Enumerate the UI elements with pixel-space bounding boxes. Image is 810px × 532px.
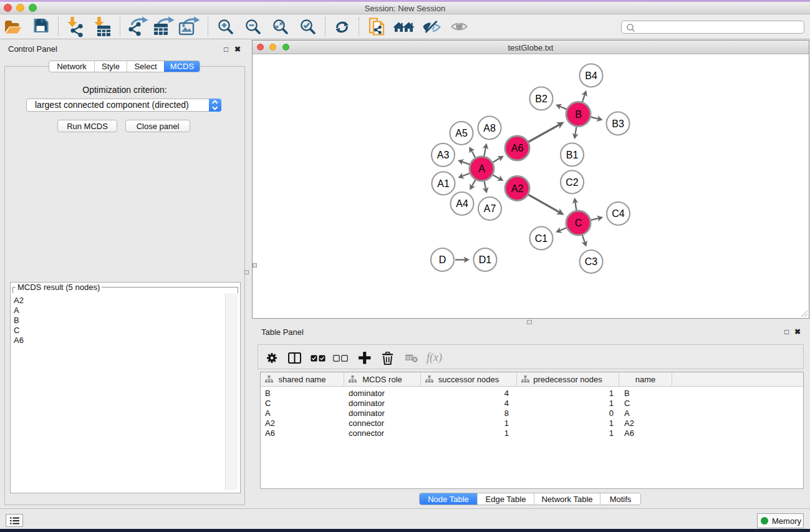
svg-text:A4: A4 xyxy=(456,198,468,209)
svg-text:A8: A8 xyxy=(483,123,496,133)
svg-text:B3: B3 xyxy=(612,118,624,129)
svg-text:C3: C3 xyxy=(585,256,598,267)
svg-text:D: D xyxy=(439,254,446,265)
svg-text:C1: C1 xyxy=(535,233,548,244)
svg-text:B1: B1 xyxy=(566,150,579,160)
svg-text:B: B xyxy=(575,109,582,120)
svg-text:A5: A5 xyxy=(455,128,468,138)
svg-text:C2: C2 xyxy=(566,177,579,188)
svg-text:C: C xyxy=(575,218,582,228)
svg-text:B4: B4 xyxy=(585,70,597,81)
svg-text:A2: A2 xyxy=(511,183,524,194)
svg-text:B2: B2 xyxy=(535,94,547,104)
svg-text:A3: A3 xyxy=(437,150,450,160)
svg-text:A7: A7 xyxy=(484,203,496,214)
svg-text:A1: A1 xyxy=(437,178,450,189)
svg-text:D1: D1 xyxy=(479,254,492,265)
svg-text:f(x): f(x) xyxy=(427,352,442,364)
svg-text:A6: A6 xyxy=(511,143,524,153)
svg-text:A: A xyxy=(478,163,485,174)
svg-text:C4: C4 xyxy=(612,208,625,219)
